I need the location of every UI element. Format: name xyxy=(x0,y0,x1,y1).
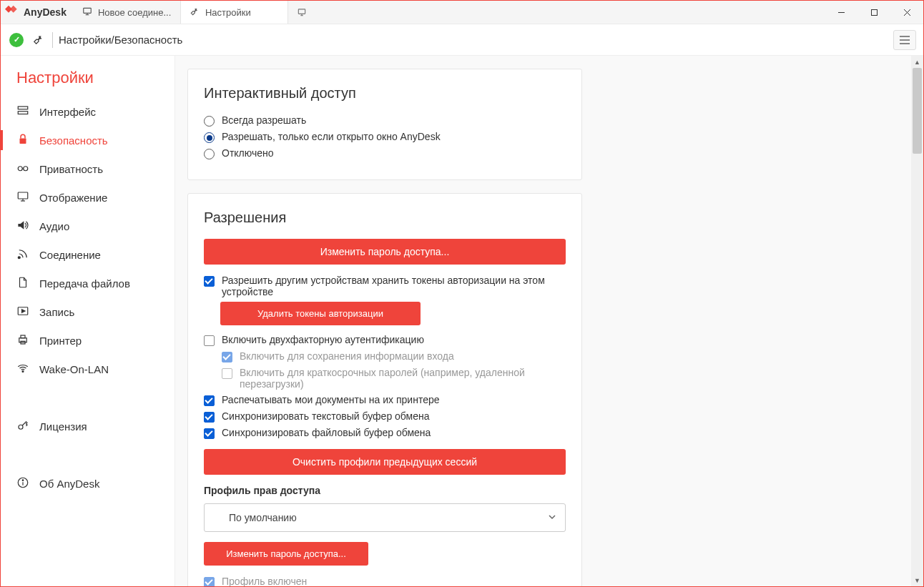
card-interactive-access: Интерактивный доступ Всегда разрешать Ра… xyxy=(187,69,582,180)
checkbox-label: Включить для сохранения информации входа xyxy=(240,350,454,362)
check-2fa-short-pw: Включить для краткосрочных паролей (напр… xyxy=(222,367,566,390)
clear-profiles-button[interactable]: Очистить профили предыдущих сессий xyxy=(204,449,566,475)
radio-always-allow[interactable]: Всегда разрешать xyxy=(204,114,566,127)
lock-icon xyxy=(16,133,39,148)
svg-point-31 xyxy=(19,425,23,429)
sidebar-item-label: Передача файлов xyxy=(39,277,130,290)
checkbox-icon xyxy=(204,428,215,439)
minimize-button[interactable] xyxy=(825,1,857,24)
maximize-button[interactable] xyxy=(857,1,890,24)
sidebar-item-privacy[interactable]: Приватность xyxy=(1,154,175,183)
card-title: Разрешения xyxy=(204,209,566,226)
delete-tokens-button[interactable]: Удалить токены авторизации xyxy=(220,302,421,325)
sidebar-title: Настройки xyxy=(1,69,175,97)
sidebar-item-label: Интерфейс xyxy=(39,106,96,118)
change-password-button[interactable]: Изменить пароль доступа... xyxy=(204,239,566,265)
sidebar-item-label: Приватность xyxy=(39,163,103,175)
checkbox-icon xyxy=(222,352,232,362)
chevron-down-icon xyxy=(548,512,556,523)
checkbox-label: Синхронизировать файловый буфер обмена xyxy=(222,427,431,438)
svg-rect-16 xyxy=(18,111,28,114)
radio-label: Всегда разрешать xyxy=(222,114,306,126)
svg-rect-15 xyxy=(18,107,28,109)
settings-icon[interactable] xyxy=(24,34,52,46)
checkbox-icon xyxy=(204,395,215,406)
sidebar-item-label: Лицензия xyxy=(39,420,87,433)
menu-button[interactable] xyxy=(893,30,916,50)
change-password-button-small[interactable]: Изменить пароль доступа... xyxy=(204,542,368,566)
checkbox-label: Распечатывать мои документы на их принте… xyxy=(222,394,440,405)
close-button[interactable] xyxy=(890,1,923,24)
svg-point-18 xyxy=(18,166,22,170)
breadcrumb: Настройки/Безопасность xyxy=(59,34,182,46)
radio-icon xyxy=(204,149,215,159)
sidebar-item-audio[interactable]: Аудио xyxy=(1,212,175,240)
check-allow-tokens[interactable]: Разрешить другим устройствам хранить ток… xyxy=(204,275,566,297)
sidebar-item-label: Запись xyxy=(39,306,74,318)
scroll-track[interactable] xyxy=(911,68,923,574)
check-sync-file-clipboard[interactable]: Синхронизировать файловый буфер обмена xyxy=(204,427,566,439)
checkbox-label: Включить двухфакторную аутентификацию xyxy=(222,334,424,345)
checkbox-icon xyxy=(204,412,215,423)
glasses-icon xyxy=(16,162,39,177)
check-2fa-save-login: Включить для сохранения информации входа xyxy=(222,350,566,362)
sidebar-item-license[interactable]: Лицензия xyxy=(1,412,175,440)
radio-allow-if-open[interactable]: Разрешать, только если открыто окно AnyD… xyxy=(204,131,566,143)
select-value: По умолчанию xyxy=(229,512,297,523)
monitor-icon xyxy=(16,190,39,205)
check-profile-enabled: Профиль включен xyxy=(204,576,566,586)
svg-rect-5 xyxy=(298,9,305,14)
tab-new-connection[interactable]: Новое соедине... xyxy=(74,1,181,24)
window-controls xyxy=(825,1,923,24)
status-ok-icon: ✓ xyxy=(9,33,24,47)
checkbox-label: Профиль включен xyxy=(222,576,307,586)
tab-settings[interactable]: Настройки xyxy=(181,1,288,24)
sidebar-item-label: Безопасность xyxy=(39,134,108,147)
sidebar-item-interface[interactable]: Интерфейс xyxy=(1,97,175,126)
check-2fa[interactable]: Включить двухфакторную аутентификацию xyxy=(204,334,566,346)
new-tab-button[interactable] xyxy=(288,1,315,24)
card-title: Интерактивный доступ xyxy=(204,85,566,102)
check-print-remote[interactable]: Распечатывать мои документы на их принте… xyxy=(204,394,566,406)
sidebar-item-wol[interactable]: Wake-On-LAN xyxy=(1,355,175,383)
tab-label: Настройки xyxy=(205,7,251,18)
svg-point-34 xyxy=(22,479,24,480)
svg-rect-9 xyxy=(871,9,877,15)
checkbox-icon xyxy=(204,276,215,287)
file-icon xyxy=(16,276,39,291)
svg-marker-26 xyxy=(22,309,26,312)
sidebar-item-recording[interactable]: Запись xyxy=(1,297,175,326)
check-sync-text-clipboard[interactable]: Синхронизировать текстовый буфер обмена xyxy=(204,410,566,423)
profile-select[interactable]: По умолчанию xyxy=(204,503,566,532)
sidebar-item-file-transfer[interactable]: Передача файлов xyxy=(1,269,175,297)
svg-rect-2 xyxy=(84,8,92,13)
sidebar-item-security[interactable]: Безопасность xyxy=(1,126,175,154)
scroll-up-icon[interactable]: ▲ xyxy=(911,56,923,68)
sidebar-item-label: Об AnyDesk xyxy=(39,478,99,490)
wifi-icon xyxy=(16,362,39,377)
audio-icon xyxy=(16,219,39,234)
card-permissions: Разрешения Изменить пароль доступа... Ра… xyxy=(187,193,582,586)
checkbox-icon xyxy=(204,335,215,346)
sidebar-item-connection[interactable]: Соединение xyxy=(1,240,175,269)
scrollbar[interactable]: ▲ ▼ xyxy=(911,56,923,586)
info-icon xyxy=(16,476,39,491)
sidebar-item-about[interactable]: Об AnyDesk xyxy=(1,469,175,498)
profile-label: Профиль прав доступа xyxy=(204,485,566,496)
scroll-thumb[interactable] xyxy=(913,68,922,154)
svg-marker-1 xyxy=(10,5,17,12)
radio-label: Отключено xyxy=(222,147,274,159)
key-icon xyxy=(16,419,39,434)
checkbox-label: Синхронизировать текстовый буфер обмена xyxy=(222,410,430,422)
sidebar-item-label: Отображение xyxy=(39,192,107,204)
content-area: Интерактивный доступ Всегда разрешать Ра… xyxy=(175,56,911,586)
tab-label: Новое соедине... xyxy=(98,7,171,18)
svg-rect-21 xyxy=(18,192,28,199)
sidebar-item-display[interactable]: Отображение xyxy=(1,183,175,212)
radio-label: Разрешать, только если открыто окно AnyD… xyxy=(222,131,441,142)
radio-disabled[interactable]: Отключено xyxy=(204,147,566,159)
svg-point-24 xyxy=(18,256,20,258)
sidebar-item-printer[interactable]: Принтер xyxy=(1,326,175,355)
checkbox-label: Включить для краткосрочных паролей (напр… xyxy=(240,367,566,390)
scroll-down-icon[interactable]: ▼ xyxy=(911,574,923,586)
